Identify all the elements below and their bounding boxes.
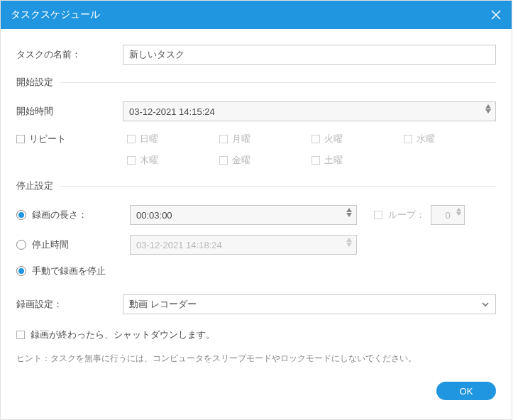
- manual-stop-row: 手動で録画を停止: [16, 265, 496, 277]
- record-setting-value: 動画 レコーダー: [129, 298, 197, 311]
- start-time-label: 開始時間: [16, 105, 123, 118]
- start-time-input[interactable]: 03-12-2021 14:15:24: [123, 101, 496, 121]
- task-schedule-dialog: タスクスケジュール タスクの名前： 開始設定 開始時間 03-12-2021 1…: [0, 0, 512, 420]
- repeat-checkbox-cell[interactable]: リピート: [16, 133, 127, 145]
- start-section-title: 開始設定: [16, 76, 53, 89]
- hint-text: ヒント：タスクを無事に行うには、コンピュータをスリープモードやロックモードにしな…: [16, 353, 496, 365]
- checkbox-icon: [219, 135, 228, 143]
- checkbox-icon: [16, 135, 25, 143]
- start-section-header: 開始設定: [16, 76, 496, 89]
- task-name-label: タスクの名前：: [16, 48, 123, 61]
- length-input[interactable]: 00:03:00: [130, 205, 357, 225]
- day-mon[interactable]: 月曜: [219, 133, 312, 145]
- task-name-input[interactable]: [123, 45, 496, 65]
- checkbox-icon: [312, 156, 320, 165]
- radio-icon: [16, 210, 26, 220]
- shutdown-label: 録画が終わったら、シャットダウンします。: [31, 328, 215, 341]
- loop-value: 0: [445, 210, 450, 221]
- stop-time-label: 停止時間: [32, 238, 69, 251]
- divider: [60, 186, 496, 187]
- repeat-row: リピート 日曜 月曜 火曜 水曜 木曜 金曜 土曜: [16, 133, 496, 167]
- day-label: 土曜: [324, 154, 343, 167]
- chevron-down-icon: [481, 300, 490, 311]
- loop-label: ループ：: [388, 209, 425, 221]
- checkbox-icon: [219, 156, 228, 165]
- day-thu[interactable]: 木曜: [127, 154, 219, 167]
- day-label: 日曜: [140, 133, 158, 145]
- checkbox-icon: [127, 156, 136, 165]
- record-setting-select[interactable]: 動画 レコーダー: [123, 294, 496, 314]
- stop-time-row: 停止時間 03-12-2021 14:18:24: [16, 235, 496, 255]
- dialog-title: タスクスケジュール: [11, 9, 100, 21]
- radio-icon: [16, 240, 26, 250]
- day-label: 木曜: [140, 154, 158, 167]
- day-label: 月曜: [232, 133, 250, 145]
- start-time-value: 03-12-2021 14:15:24: [129, 106, 215, 117]
- stop-time-input[interactable]: 03-12-2021 14:18:24: [130, 235, 357, 255]
- spinner-icon: [456, 208, 461, 216]
- task-name-row: タスクの名前：: [16, 45, 496, 65]
- dialog-content: タスクの名前： 開始設定 開始時間 03-12-2021 14:15:24 リピ…: [1, 29, 512, 372]
- loop-input[interactable]: 0: [431, 205, 465, 225]
- stop-section-title: 停止設定: [16, 179, 53, 192]
- checkbox-icon: [312, 135, 320, 143]
- divider: [60, 82, 496, 83]
- day-label: 火曜: [324, 133, 343, 145]
- repeat-label: リピート: [29, 133, 66, 145]
- checkbox-icon: [404, 135, 412, 143]
- length-value: 00:03:00: [136, 210, 172, 221]
- day-sun[interactable]: 日曜: [127, 133, 219, 145]
- record-setting-label: 録画設定：: [16, 298, 123, 311]
- stop-time-radio-cell[interactable]: 停止時間: [16, 238, 130, 251]
- length-radio-cell[interactable]: 録画の長さ：: [16, 209, 130, 221]
- close-button[interactable]: [490, 9, 502, 21]
- titlebar: タスクスケジュール: [1, 1, 512, 29]
- close-icon: [490, 9, 502, 21]
- day-label: 金曜: [232, 154, 250, 167]
- loop-cell: ループ： 0: [374, 205, 465, 225]
- length-row: 録画の長さ： 00:03:00 ループ： 0: [16, 205, 496, 225]
- day-tue[interactable]: 火曜: [312, 133, 404, 145]
- manual-stop-radio-cell[interactable]: 手動で録画を停止: [16, 265, 106, 277]
- day-wed[interactable]: 水曜: [404, 133, 496, 145]
- spinner-icon: [485, 104, 491, 114]
- loop-checkbox[interactable]: [374, 211, 382, 219]
- checkbox-icon: [127, 135, 136, 143]
- day-sat[interactable]: 土曜: [312, 154, 404, 167]
- spinner-icon: [346, 238, 352, 247]
- spinner-icon: [346, 208, 352, 217]
- length-label: 録画の長さ：: [32, 209, 87, 221]
- ok-button[interactable]: OK: [436, 382, 496, 400]
- stop-section-header: 停止設定: [16, 179, 496, 192]
- shutdown-row[interactable]: 録画が終わったら、シャットダウンします。: [16, 328, 496, 341]
- stop-time-value: 03-12-2021 14:18:24: [136, 240, 222, 250]
- checkbox-icon: [16, 331, 25, 339]
- record-setting-row: 録画設定： 動画 レコーダー: [16, 294, 496, 314]
- day-fri[interactable]: 金曜: [219, 154, 312, 167]
- day-label: 水曜: [417, 133, 435, 145]
- start-time-row: 開始時間 03-12-2021 14:15:24: [16, 101, 496, 121]
- dialog-footer: OK: [1, 372, 512, 400]
- radio-icon: [16, 266, 26, 276]
- manual-stop-label: 手動で録画を停止: [32, 265, 106, 277]
